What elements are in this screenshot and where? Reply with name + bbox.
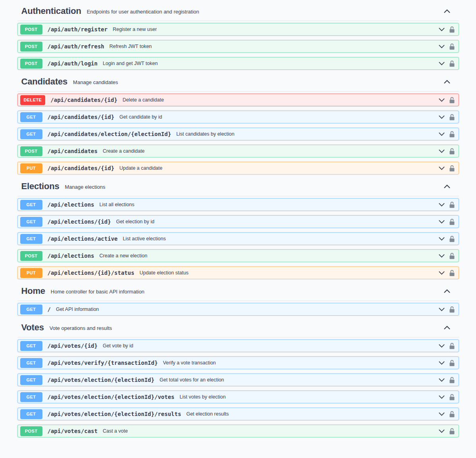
endpoint-row[interactable]: GET /api/votes/election/{electionId}/vot… (17, 391, 459, 403)
endpoint-row[interactable]: POST /api/votes/cast Cast a vote (17, 425, 459, 437)
endpoint-summary: Get election results (186, 411, 229, 417)
section-collapse-button[interactable] (443, 8, 451, 14)
endpoint-row[interactable]: POST /api/elections Create a new electio… (17, 249, 459, 262)
authorize-lock-button[interactable] (449, 60, 455, 67)
chevron-down-icon (438, 236, 445, 241)
expand-endpoint-button[interactable] (438, 360, 445, 366)
authorize-lock-button[interactable] (449, 97, 455, 103)
endpoint-row[interactable]: PUT /api/candidates/{id} Update a candid… (17, 162, 459, 174)
expand-endpoint-button[interactable] (438, 131, 445, 137)
endpoint-row[interactable]: GET /api/elections/active List active el… (17, 232, 459, 245)
endpoint-row[interactable]: GET /api/candidates/election/{electionId… (17, 128, 459, 140)
authorize-lock-button[interactable] (449, 343, 455, 349)
authorize-lock-button[interactable] (449, 411, 455, 418)
endpoint-path: /api/votes/election/{electionId}/results (48, 411, 181, 417)
section-collapse-button[interactable] (443, 288, 451, 294)
expand-endpoint-button[interactable] (438, 27, 445, 32)
unlock-icon (449, 411, 455, 418)
unlock-icon (449, 26, 455, 33)
authorize-lock-button[interactable] (449, 148, 455, 155)
endpoint-list: GET /api/votes/{id} Get vote by id GET /… (17, 339, 459, 437)
expand-endpoint-button[interactable] (438, 394, 445, 400)
authorize-lock-button[interactable] (449, 236, 455, 242)
expand-endpoint-button[interactable] (438, 270, 445, 276)
authorize-lock-button[interactable] (449, 43, 455, 50)
endpoint-row[interactable]: GET /api/votes/{id} Get vote by id (17, 339, 459, 352)
authorize-lock-button[interactable] (449, 377, 455, 383)
endpoint-row[interactable]: GET /api/votes/election/{electionId} Get… (17, 374, 459, 386)
authorize-lock-button[interactable] (449, 428, 455, 435)
endpoint-summary: List active elections (123, 236, 166, 241)
section-description: Endpoints for user authentication and re… (87, 9, 199, 15)
unlock-icon (449, 43, 455, 50)
endpoint-path: /api/candidates/election/{electionId} (48, 131, 171, 137)
api-tag-section: Home Home controller for basic API infor… (17, 284, 459, 316)
unlock-icon (449, 270, 455, 276)
authorize-lock-button[interactable] (449, 218, 455, 225)
unlock-icon (449, 131, 455, 138)
endpoint-row[interactable]: POST /api/auth/refresh Refresh JWT token (17, 40, 459, 53)
chevron-up-icon (443, 8, 451, 14)
endpoint-row[interactable]: GET /api/votes/election/{electionId}/res… (17, 408, 459, 420)
method-badge: POST (20, 42, 42, 52)
endpoint-path: /api/votes/cast (48, 428, 98, 434)
endpoint-path: /api/elections/active (48, 236, 118, 242)
endpoint-row[interactable]: POST /api/auth/login Login and get JWT t… (17, 57, 459, 70)
endpoint-summary: List votes by election (180, 394, 226, 400)
section-header[interactable]: Elections Manage elections (17, 180, 459, 196)
section-collapse-button[interactable] (443, 325, 451, 330)
endpoint-path: /api/elections/{id}/status (48, 270, 134, 276)
endpoint-row[interactable]: GET /api/elections/{id} Get election by … (17, 215, 459, 228)
authorize-lock-button[interactable] (449, 165, 455, 172)
api-tag-section: Candidates Manage candidates DELETE /api… (17, 75, 459, 174)
endpoint-row[interactable]: PUT /api/elections/{id}/status Update el… (17, 266, 459, 279)
section-header[interactable]: Candidates Manage candidates (17, 75, 459, 92)
expand-endpoint-button[interactable] (438, 148, 445, 154)
authorize-lock-button[interactable] (449, 114, 455, 121)
endpoint-row[interactable]: DELETE /api/candidates/{id} Delete a can… (17, 94, 459, 106)
expand-endpoint-button[interactable] (438, 97, 445, 103)
expand-endpoint-button[interactable] (438, 253, 445, 259)
section-header[interactable]: Votes Vote operations and results (17, 321, 459, 337)
method-badge: POST (20, 426, 42, 436)
expand-endpoint-button[interactable] (438, 411, 445, 417)
authorize-lock-button[interactable] (449, 360, 455, 366)
endpoint-row[interactable]: GET / Get API information (17, 303, 459, 316)
endpoint-row[interactable]: POST /api/auth/register Register a new u… (17, 23, 459, 36)
endpoint-row[interactable]: GET /api/candidates/{id} Get candidate b… (17, 111, 459, 123)
api-tag-section: Elections Manage elections GET /api/elec… (17, 180, 459, 279)
endpoint-row[interactable]: GET /api/votes/verify/{transactionId} Ve… (17, 356, 459, 369)
expand-endpoint-button[interactable] (438, 307, 445, 312)
chevron-down-icon (438, 411, 445, 417)
authorize-lock-button[interactable] (449, 253, 455, 259)
section-header[interactable]: Authentication Endpoints for user authen… (17, 4, 459, 21)
chevron-down-icon (438, 270, 445, 276)
method-badge: POST (20, 146, 42, 156)
authorize-lock-button[interactable] (449, 26, 455, 33)
section-collapse-button[interactable] (443, 184, 451, 189)
section-collapse-button[interactable] (443, 79, 451, 84)
method-badge: DELETE (20, 95, 46, 105)
endpoint-row[interactable]: GET /api/elections List all elections (17, 198, 459, 211)
expand-endpoint-button[interactable] (438, 219, 445, 224)
expand-endpoint-button[interactable] (438, 428, 445, 434)
expand-endpoint-button[interactable] (438, 114, 445, 120)
authorize-lock-button[interactable] (449, 201, 455, 208)
expand-endpoint-button[interactable] (438, 202, 445, 207)
section-title: Elections (21, 181, 60, 192)
endpoint-summary: Get total votes for an election (159, 377, 224, 383)
expand-endpoint-button[interactable] (438, 61, 445, 66)
expand-endpoint-button[interactable] (438, 236, 445, 241)
chevron-up-icon (443, 184, 451, 189)
authorize-lock-button[interactable] (449, 131, 455, 138)
expand-endpoint-button[interactable] (438, 44, 445, 49)
expand-endpoint-button[interactable] (438, 343, 445, 349)
authorize-lock-button[interactable] (449, 270, 455, 276)
chevron-up-icon (443, 79, 451, 84)
endpoint-row[interactable]: POST /api/candidates Create a candidate (17, 145, 459, 157)
expand-endpoint-button[interactable] (438, 377, 445, 383)
authorize-lock-button[interactable] (449, 394, 455, 401)
expand-endpoint-button[interactable] (438, 165, 445, 171)
authorize-lock-button[interactable] (449, 306, 455, 313)
section-header[interactable]: Home Home controller for basic API infor… (17, 284, 459, 301)
